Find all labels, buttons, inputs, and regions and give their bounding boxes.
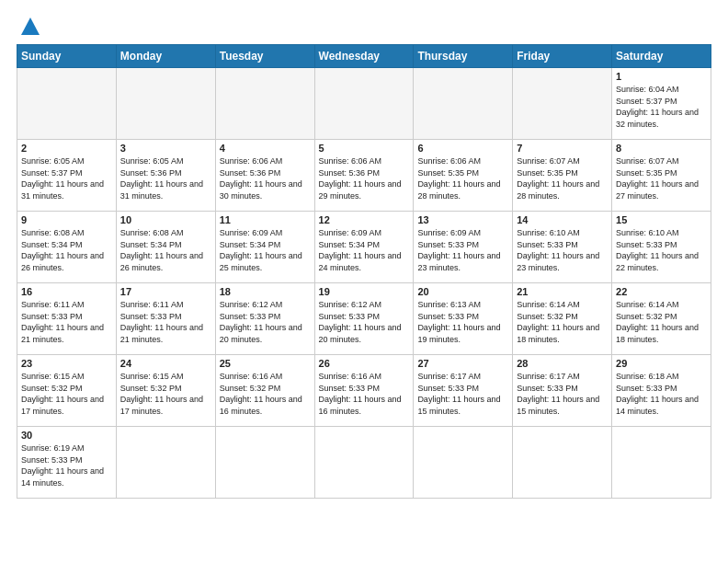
calendar-cell [314,427,414,499]
header [17,17,711,37]
day-info: Sunrise: 6:06 AM Sunset: 5:36 PM Dayligh… [220,155,311,201]
calendar-row-4: 23Sunrise: 6:15 AM Sunset: 5:32 PM Dayli… [17,355,711,427]
day-info: Sunrise: 6:17 AM Sunset: 5:33 PM Dayligh… [517,371,608,417]
day-number: 8 [616,143,707,154]
calendar-cell: 3Sunrise: 6:05 AM Sunset: 5:36 PM Daylig… [116,140,215,212]
day-number: 29 [616,358,707,369]
weekday-header-monday: Monday [116,45,215,68]
calendar-cell: 27Sunrise: 6:17 AM Sunset: 5:33 PM Dayli… [414,355,513,427]
weekday-header-thursday: Thursday [414,45,513,68]
day-number: 25 [220,358,311,369]
calendar-cell: 26Sunrise: 6:16 AM Sunset: 5:33 PM Dayli… [314,355,414,427]
calendar-cell: 21Sunrise: 6:14 AM Sunset: 5:32 PM Dayli… [513,283,612,355]
day-info: Sunrise: 6:17 AM Sunset: 5:33 PM Dayligh… [417,371,508,417]
calendar-cell: 20Sunrise: 6:13 AM Sunset: 5:33 PM Dayli… [414,283,513,355]
day-info: Sunrise: 6:15 AM Sunset: 5:32 PM Dayligh… [21,371,112,417]
day-number: 15 [616,214,707,225]
calendar-row-1: 2Sunrise: 6:05 AM Sunset: 5:37 PM Daylig… [17,140,711,212]
calendar-cell [414,68,513,140]
day-number: 20 [417,286,508,297]
calendar-cell [116,68,215,140]
calendar-cell: 12Sunrise: 6:09 AM Sunset: 5:34 PM Dayli… [314,212,414,283]
calendar-table: SundayMondayTuesdayWednesdayThursdayFrid… [17,44,711,499]
day-number: 24 [120,358,211,369]
calendar-cell: 18Sunrise: 6:12 AM Sunset: 5:33 PM Dayli… [215,283,314,355]
day-number: 14 [517,214,608,225]
day-number: 16 [21,286,112,297]
day-number: 23 [21,358,112,369]
calendar-cell [17,68,117,140]
day-number: 1 [616,71,707,82]
calendar-cell: 8Sunrise: 6:07 AM Sunset: 5:35 PM Daylig… [612,140,711,212]
day-info: Sunrise: 6:07 AM Sunset: 5:35 PM Dayligh… [616,155,707,201]
day-info: Sunrise: 6:11 AM Sunset: 5:33 PM Dayligh… [21,299,112,345]
svg-marker-0 [21,17,40,35]
day-info: Sunrise: 6:05 AM Sunset: 5:36 PM Dayligh… [120,155,211,201]
calendar-cell: 13Sunrise: 6:09 AM Sunset: 5:33 PM Dayli… [414,212,513,283]
day-info: Sunrise: 6:10 AM Sunset: 5:33 PM Dayligh… [616,227,707,273]
day-info: Sunrise: 6:04 AM Sunset: 5:37 PM Dayligh… [616,84,707,130]
day-info: Sunrise: 6:09 AM Sunset: 5:34 PM Dayligh… [319,227,410,273]
day-number: 9 [21,214,112,225]
weekday-header-tuesday: Tuesday [215,45,314,68]
day-info: Sunrise: 6:15 AM Sunset: 5:32 PM Dayligh… [120,371,211,417]
day-number: 11 [220,214,311,225]
calendar-cell [215,68,314,140]
calendar-row-2: 9Sunrise: 6:08 AM Sunset: 5:34 PM Daylig… [17,212,711,283]
calendar-cell: 17Sunrise: 6:11 AM Sunset: 5:33 PM Dayli… [116,283,215,355]
calendar-cell: 10Sunrise: 6:08 AM Sunset: 5:34 PM Dayli… [116,212,215,283]
day-number: 13 [417,214,508,225]
calendar-row-0: 1Sunrise: 6:04 AM Sunset: 5:37 PM Daylig… [17,68,711,140]
day-info: Sunrise: 6:12 AM Sunset: 5:33 PM Dayligh… [319,299,410,345]
day-number: 19 [319,286,410,297]
logo-text-row [17,17,40,37]
day-info: Sunrise: 6:14 AM Sunset: 5:32 PM Dayligh… [616,299,707,345]
calendar-cell [414,427,513,499]
page: SundayMondayTuesdayWednesdayThursdayFrid… [0,0,728,508]
calendar-cell: 1Sunrise: 6:04 AM Sunset: 5:37 PM Daylig… [612,68,711,140]
calendar-cell: 30Sunrise: 6:19 AM Sunset: 5:33 PM Dayli… [17,427,117,499]
logo-area [17,17,40,37]
calendar-cell [513,427,612,499]
calendar-row-5: 30Sunrise: 6:19 AM Sunset: 5:33 PM Dayli… [17,427,711,499]
day-number: 17 [120,286,211,297]
weekday-header-saturday: Saturday [612,45,711,68]
day-number: 10 [120,214,211,225]
day-number: 6 [417,143,508,154]
day-number: 4 [220,143,311,154]
calendar-cell: 14Sunrise: 6:10 AM Sunset: 5:33 PM Dayli… [513,212,612,283]
day-info: Sunrise: 6:16 AM Sunset: 5:32 PM Dayligh… [220,371,311,417]
day-number: 3 [120,143,211,154]
calendar-row-3: 16Sunrise: 6:11 AM Sunset: 5:33 PM Dayli… [17,283,711,355]
calendar-cell: 7Sunrise: 6:07 AM Sunset: 5:35 PM Daylig… [513,140,612,212]
day-info: Sunrise: 6:07 AM Sunset: 5:35 PM Dayligh… [517,155,608,201]
day-info: Sunrise: 6:13 AM Sunset: 5:33 PM Dayligh… [417,299,508,345]
logo-icon [20,17,40,37]
day-info: Sunrise: 6:08 AM Sunset: 5:34 PM Dayligh… [21,227,112,273]
calendar-cell: 28Sunrise: 6:17 AM Sunset: 5:33 PM Dayli… [513,355,612,427]
day-number: 12 [319,214,410,225]
day-info: Sunrise: 6:12 AM Sunset: 5:33 PM Dayligh… [220,299,311,345]
day-number: 28 [517,358,608,369]
calendar-cell: 29Sunrise: 6:18 AM Sunset: 5:33 PM Dayli… [612,355,711,427]
day-number: 27 [417,358,508,369]
calendar-cell [513,68,612,140]
calendar-cell: 23Sunrise: 6:15 AM Sunset: 5:32 PM Dayli… [17,355,117,427]
day-info: Sunrise: 6:19 AM Sunset: 5:33 PM Dayligh… [21,442,112,488]
day-info: Sunrise: 6:09 AM Sunset: 5:34 PM Dayligh… [220,227,311,273]
day-number: 26 [319,358,410,369]
day-number: 21 [517,286,608,297]
day-number: 22 [616,286,707,297]
weekday-header-friday: Friday [513,45,612,68]
calendar-cell: 9Sunrise: 6:08 AM Sunset: 5:34 PM Daylig… [17,212,117,283]
day-info: Sunrise: 6:16 AM Sunset: 5:33 PM Dayligh… [319,371,410,417]
day-info: Sunrise: 6:06 AM Sunset: 5:36 PM Dayligh… [319,155,410,201]
day-number: 18 [220,286,311,297]
day-info: Sunrise: 6:10 AM Sunset: 5:33 PM Dayligh… [517,227,608,273]
day-info: Sunrise: 6:09 AM Sunset: 5:33 PM Dayligh… [417,227,508,273]
calendar-cell [612,427,711,499]
calendar-cell: 16Sunrise: 6:11 AM Sunset: 5:33 PM Dayli… [17,283,117,355]
day-info: Sunrise: 6:18 AM Sunset: 5:33 PM Dayligh… [616,371,707,417]
calendar-cell [116,427,215,499]
calendar-cell: 11Sunrise: 6:09 AM Sunset: 5:34 PM Dayli… [215,212,314,283]
